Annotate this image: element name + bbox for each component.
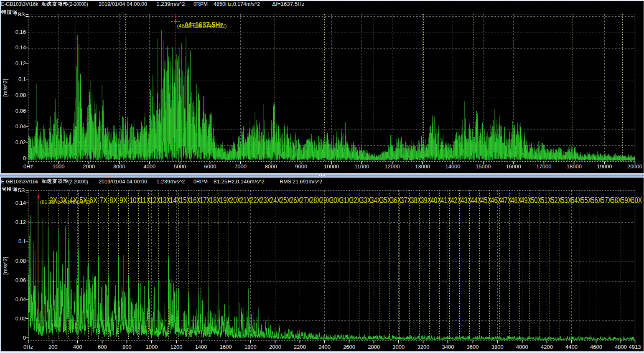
svg-text:200: 200 — [48, 344, 58, 350]
svg-text:10X: 10X — [130, 196, 140, 205]
svg-text:0Hz: 0Hz — [23, 163, 33, 170]
svg-text:12000: 12000 — [384, 163, 400, 170]
svg-text:16X: 16X — [190, 196, 201, 205]
svg-text:8X: 8X — [109, 196, 117, 205]
svg-text:6000: 6000 — [204, 163, 216, 170]
svg-text:12X: 12X — [150, 196, 160, 205]
svg-text:48X: 48X — [511, 196, 522, 205]
svg-text:26X: 26X — [290, 196, 301, 205]
svg-text:4913: 4913 — [629, 344, 641, 350]
svg-text:9000: 9000 — [295, 163, 307, 170]
svg-text:4850Hz,0.174m/s^2: 4850Hz,0.174m/s^2 — [214, 1, 260, 7]
svg-text:3600: 3600 — [467, 344, 479, 350]
svg-text:4200: 4200 — [541, 344, 553, 350]
svg-text:2019/01/04 04:00:00: 2019/01/04 04:00:00 — [99, 178, 147, 185]
svg-text:0RPM: 0RPM — [193, 1, 208, 7]
svg-text:1200: 1200 — [171, 344, 183, 350]
svg-text:36X: 36X — [390, 196, 401, 205]
svg-text:17X: 17X — [200, 196, 211, 205]
svg-text:0.08: 0.08 — [15, 258, 26, 264]
svg-text:0.12: 0.12 — [15, 60, 26, 66]
svg-text:58X: 58X — [611, 196, 622, 205]
svg-text:2019/01/04 04:00:00: 2019/01/04 04:00:00 — [99, 1, 147, 7]
svg-text:5X: 5X — [79, 196, 87, 205]
svg-text:47X: 47X — [501, 196, 512, 205]
svg-text:16000: 16000 — [506, 163, 521, 170]
svg-text:10000: 10000 — [324, 163, 339, 170]
svg-text:600: 600 — [98, 344, 107, 350]
svg-text:3200: 3200 — [417, 344, 429, 350]
svg-text:0.06: 0.06 — [15, 108, 26, 114]
svg-text:400: 400 — [73, 344, 82, 350]
svg-text:38X: 38X — [410, 196, 421, 205]
svg-text:1800: 1800 — [244, 344, 257, 350]
svg-text:14X: 14X — [170, 196, 181, 205]
svg-text:13X: 13X — [160, 196, 171, 205]
svg-text:29X: 29X — [320, 196, 331, 205]
svg-text:[m/s^2]: [m/s^2] — [2, 257, 8, 275]
svg-text:0.14: 0.14 — [15, 200, 26, 206]
svg-text:37X: 37X — [400, 196, 411, 205]
svg-text:57X: 57X — [601, 196, 612, 205]
svg-text:11000: 11000 — [354, 163, 369, 170]
svg-text:39X: 39X — [420, 196, 431, 205]
svg-text:2000: 2000 — [269, 344, 281, 350]
svg-text:45X: 45X — [481, 196, 491, 205]
svg-text:0Hz: 0Hz — [23, 344, 33, 350]
svg-text:22X: 22X — [250, 196, 261, 205]
svg-text:0.08: 0.08 — [15, 92, 26, 98]
svg-text:60X: 60X — [631, 196, 642, 205]
svg-text:3800: 3800 — [491, 344, 504, 350]
svg-text:50X: 50X — [531, 196, 542, 205]
svg-text:0.06: 0.06 — [15, 277, 26, 283]
svg-text:1400: 1400 — [195, 344, 207, 350]
svg-text:40X: 40X — [430, 196, 441, 205]
svg-text:19X: 19X — [220, 196, 231, 205]
svg-text:20X: 20X — [230, 196, 241, 205]
svg-text:1600: 1600 — [220, 344, 232, 350]
svg-text:33X: 33X — [360, 196, 371, 205]
svg-text:4800: 4800 — [615, 344, 627, 350]
svg-text:19000: 19000 — [597, 163, 612, 170]
svg-text:4400: 4400 — [565, 344, 578, 350]
svg-text:0.1: 0.1 — [18, 76, 26, 82]
svg-text:0.1: 0.1 — [18, 238, 26, 244]
svg-text:59X: 59X — [621, 196, 632, 205]
svg-text:3000: 3000 — [113, 163, 125, 170]
svg-text:31X: 31X — [340, 196, 351, 205]
svg-text:2X: 2X — [49, 196, 57, 205]
svg-text:41X: 41X — [440, 196, 451, 205]
svg-text:1000: 1000 — [145, 344, 158, 350]
svg-text:2200: 2200 — [294, 344, 306, 350]
svg-text:0.16: 0.16 — [15, 29, 26, 35]
svg-text:28X: 28X — [310, 196, 321, 205]
svg-text:4X: 4X — [69, 196, 77, 205]
svg-text:56X: 56X — [591, 196, 602, 205]
svg-text:32X: 32X — [350, 196, 361, 205]
svg-text:24X: 24X — [270, 196, 281, 205]
svg-text:9X: 9X — [120, 196, 127, 205]
svg-text:1.239m/s^2: 1.239m/s^2 — [156, 1, 185, 7]
svg-text:46X: 46X — [491, 196, 501, 205]
svg-text:2400: 2400 — [318, 344, 331, 350]
svg-text:8000: 8000 — [265, 163, 277, 170]
svg-text:0.12: 0.12 — [15, 219, 26, 225]
svg-text:(2-20000): (2-20000) — [69, 178, 88, 185]
svg-text:43X: 43X — [461, 196, 471, 205]
svg-text:E-GB103\3V\16k: E-GB103\3V\16k — [1, 1, 38, 7]
svg-text:15X: 15X — [180, 196, 191, 205]
svg-text:34X: 34X — [370, 196, 381, 205]
svg-text:81.25Hz,0.146m/s^2: 81.25Hz,0.146m/s^2 — [214, 178, 265, 185]
svg-text:18X: 18X — [210, 196, 221, 205]
svg-text:2600: 2600 — [343, 344, 355, 350]
svg-text:1.239m/s^2: 1.239m/s^2 — [156, 178, 185, 185]
svg-text:53X: 53X — [561, 196, 572, 205]
svg-text:17000: 17000 — [536, 163, 551, 170]
svg-text:(2-20000): (2-20000) — [69, 1, 88, 7]
svg-text:11X: 11X — [140, 196, 150, 205]
svg-text:Δf=1637.5Hz: Δf=1637.5Hz — [272, 1, 304, 7]
svg-text:3000: 3000 — [392, 344, 405, 350]
svg-text:0RPM: 0RPM — [193, 178, 208, 185]
svg-text:7X: 7X — [99, 196, 107, 205]
svg-text:35X: 35X — [380, 196, 391, 205]
